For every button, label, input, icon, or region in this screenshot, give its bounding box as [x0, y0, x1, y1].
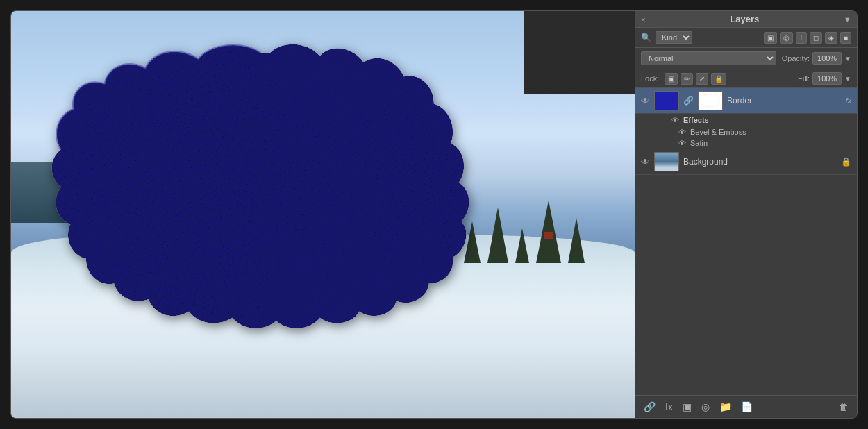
new-group-button[interactable]: 📁	[717, 400, 734, 414]
search-icon: 🔍	[641, 33, 651, 42]
effects-label: Effects	[683, 116, 709, 124]
lock-all-btn[interactable]: 🔒	[711, 73, 726, 85]
effect-item-satin: 👁 Satin	[635, 137, 857, 149]
panel-close-button[interactable]: ×	[641, 15, 645, 24]
fill-group: Fill: 100% ▼	[798, 72, 851, 85]
layer-list: 👁 🔗 Border fx 👁	[635, 88, 857, 395]
layer-item-background[interactable]: 👁 Background 🔒	[635, 149, 857, 175]
panel-toolbar: 🔗 fx ▣ ◎ 📁 📄 🗑	[635, 395, 857, 418]
cloud-shape[interactable]	[42, 31, 479, 337]
lock-image-btn[interactable]: ✏	[681, 73, 693, 85]
filter-row: 🔍 Kind ▣ ◎ T ◻ ◈ ■	[635, 28, 857, 48]
add-layer-style-button[interactable]: fx	[662, 400, 676, 414]
opacity-label: Opacity:	[782, 54, 810, 62]
layer-name-border: Border	[727, 96, 841, 106]
effects-header: 👁 Effects	[635, 114, 857, 126]
filter-smartobject-btn[interactable]: ◈	[825, 32, 837, 44]
layer-thumb-cloud-mask	[698, 91, 723, 110]
canvas-top-right-panel	[524, 11, 635, 94]
create-fill-layer-button[interactable]: ◎	[699, 400, 712, 414]
bench	[544, 232, 553, 239]
fill-value[interactable]: 100%	[812, 72, 842, 85]
filter-adjustment-btn[interactable]: ◎	[780, 32, 793, 44]
layer-name-background: Background	[683, 157, 837, 167]
filter-text-btn[interactable]: T	[796, 32, 807, 44]
effects-visibility[interactable]: 👁	[671, 116, 679, 124]
opacity-arrow[interactable]: ▼	[844, 55, 851, 62]
effect-item-bevel: 👁 Bevel & Emboss	[635, 126, 857, 137]
link-layers-button[interactable]: 🔗	[641, 400, 658, 414]
add-mask-button[interactable]: ▣	[680, 400, 694, 414]
delete-layer-button[interactable]: 🗑	[836, 400, 851, 414]
lock-transparent-btn[interactable]: ▣	[665, 73, 678, 85]
canvas-content	[11, 11, 635, 418]
layer-visibility-border[interactable]: 👁	[641, 96, 650, 106]
satin-name: Satin	[690, 139, 708, 147]
layer-thumb-blue	[654, 91, 679, 110]
fill-label: Fill:	[798, 74, 810, 83]
filter-icons: ▣ ◎ T ◻ ◈ ■	[764, 32, 851, 44]
lock-position-btn[interactable]: ⤢	[696, 73, 708, 85]
layer-visibility-bg[interactable]: 👁	[641, 157, 650, 167]
layer-link-icon: 🔗	[683, 96, 694, 106]
blend-opacity-row: Normal Opacity: 100% ▼	[635, 48, 857, 69]
layer-thumb-background	[654, 152, 679, 171]
filter-shape-btn[interactable]: ◻	[810, 32, 822, 44]
fill-arrow[interactable]: ▼	[844, 75, 851, 83]
opacity-group: Opacity: 100% ▼	[782, 52, 851, 65]
lock-label: Lock:	[641, 74, 659, 83]
lock-fill-row: Lock: ▣ ✏ ⤢ 🔒 Fill: 100% ▼	[635, 69, 857, 88]
filter-pixel-btn[interactable]: ▣	[764, 32, 777, 44]
layer-lock-icon: 🔒	[841, 157, 851, 167]
layer-item-border[interactable]: 👁 🔗 Border fx	[635, 88, 857, 114]
layers-panel: × Layers ▼ 🔍 Kind ▣ ◎ T ◻ ◈ ■ Normal	[635, 11, 857, 418]
canvas-area	[11, 11, 635, 418]
layer-fx-icon: fx	[845, 96, 851, 105]
panel-titlebar: × Layers ▼	[635, 11, 857, 28]
lock-icons-group: ▣ ✏ ⤢ 🔒	[665, 73, 726, 85]
satin-visibility[interactable]: 👁	[678, 139, 686, 147]
filter-kind-dropdown[interactable]: Kind	[656, 31, 692, 44]
panel-menu-arrow[interactable]: ▼	[844, 15, 851, 24]
new-layer-button[interactable]: 📄	[738, 400, 756, 414]
trees	[464, 201, 585, 263]
panel-title: Layers	[730, 14, 759, 24]
opacity-value[interactable]: 100%	[812, 52, 842, 65]
app-window: × Layers ▼ 🔍 Kind ▣ ◎ T ◻ ◈ ■ Normal	[10, 10, 858, 419]
filter-toggle-btn[interactable]: ■	[840, 32, 851, 44]
effects-group: 👁 Effects 👁 Bevel & Emboss 👁 Satin	[635, 114, 857, 149]
blend-mode-dropdown[interactable]: Normal	[641, 51, 776, 65]
bevel-name: Bevel & Emboss	[690, 128, 746, 136]
bevel-visibility[interactable]: 👁	[678, 128, 686, 136]
